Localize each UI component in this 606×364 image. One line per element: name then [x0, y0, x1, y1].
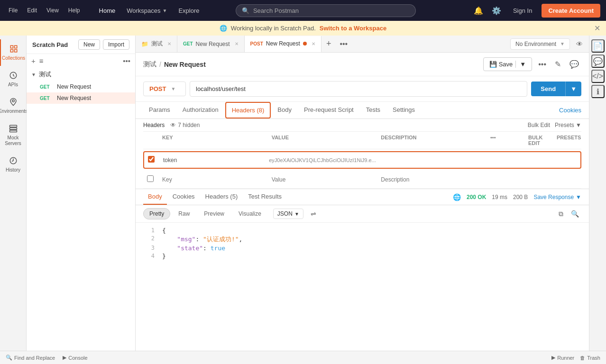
folder-header[interactable]: ▼ 测试: [27, 68, 135, 81]
resp-tab-headers[interactable]: Headers (5): [201, 189, 243, 205]
settings-button[interactable]: ⚙️: [489, 4, 504, 18]
resp-tab-test-results[interactable]: Test Results: [243, 189, 286, 205]
cookies-link[interactable]: Cookies: [559, 107, 581, 114]
eye-icon-button[interactable]: 👁: [574, 38, 585, 50]
find-replace-button[interactable]: 🔍 Find and Replace: [6, 355, 55, 361]
trash-button[interactable]: 🗑 Trash: [580, 355, 600, 361]
hidden-headers-badge[interactable]: 👁 7 hidden: [170, 122, 200, 128]
create-account-button[interactable]: Create Account: [542, 4, 600, 18]
console-button[interactable]: ▶ Console: [63, 355, 87, 361]
tab-post-request[interactable]: POST New Request ✕: [245, 36, 321, 53]
banner-link[interactable]: Switch to a Workspace: [320, 25, 386, 32]
resp-tab-body[interactable]: Body: [143, 189, 167, 205]
view-tab-visualize[interactable]: Visualize: [232, 208, 267, 219]
view-tab-pretty[interactable]: Pretty: [143, 208, 170, 219]
info-icon-button[interactable]: ℹ: [591, 85, 605, 98]
tab-get-request[interactable]: GET New Request ✕: [177, 36, 245, 52]
docs-icon-button[interactable]: 📄: [591, 39, 605, 53]
more-options-button[interactable]: •••: [536, 58, 549, 71]
sort-icon[interactable]: ≡: [39, 57, 44, 65]
import-button[interactable]: Import: [103, 39, 129, 50]
wrap-lines-button[interactable]: ⇌: [308, 209, 319, 218]
right-sidebar: 📄 💬 </> ℹ: [589, 36, 606, 351]
edit-icon-button[interactable]: ✎: [552, 57, 563, 71]
find-replace-label: Find and Replace: [14, 355, 55, 361]
sidebar-item-apis[interactable]: APIs: [0, 66, 26, 92]
response-body[interactable]: 1 { 2 "msg": "认证成功!", 3 "state": true: [136, 223, 589, 351]
sidebar-item-history[interactable]: History: [0, 151, 26, 178]
bulk-edit-link[interactable]: Bulk Edit: [528, 122, 550, 128]
workspaces-nav[interactable]: Workspaces ▼: [122, 4, 172, 17]
tab-pre-request[interactable]: Pre-request Script: [298, 102, 359, 118]
tab-folder-label: 测试: [151, 40, 163, 48]
runner-button[interactable]: ▶ Runner: [551, 355, 574, 361]
tab-post-close[interactable]: ✕: [312, 41, 315, 46]
search-response-button[interactable]: 🔍: [569, 209, 581, 219]
tab-close-icon[interactable]: ✕: [167, 41, 171, 46]
sign-in-button[interactable]: Sign In: [507, 4, 538, 17]
empty-desc-cell[interactable]: [377, 174, 487, 185]
collection-more-icon[interactable]: •••: [123, 57, 130, 65]
tab-authorization[interactable]: Authorization: [177, 102, 224, 118]
sidebar-item-collections[interactable]: Collections: [0, 39, 26, 66]
send-button[interactable]: Send: [531, 82, 565, 96]
save-response-button[interactable]: Save Response ▼: [533, 194, 581, 200]
tab-settings[interactable]: Settings: [387, 102, 421, 118]
send-dropdown-button[interactable]: ▼: [565, 82, 581, 96]
key-input[interactable]: [162, 176, 264, 183]
tab-tests[interactable]: Tests: [360, 102, 386, 118]
empty-header-checkbox[interactable]: [147, 175, 154, 182]
tab-headers[interactable]: Headers (8): [225, 102, 271, 118]
environment-selector[interactable]: No Environment ▼: [510, 38, 570, 50]
new-button[interactable]: New: [78, 39, 100, 50]
empty-value-cell[interactable]: [268, 174, 377, 185]
line-content: {: [162, 227, 166, 234]
code-icon-button[interactable]: </>: [591, 70, 605, 83]
comment-icon-button[interactable]: 💬: [567, 57, 581, 71]
collections-panel: Scratch Pad New Import + ≡ ••• ▼ 测试 GET: [27, 36, 136, 351]
file-menu[interactable]: File: [6, 5, 20, 16]
method-selector[interactable]: POST ▼: [143, 82, 186, 96]
view-tab-raw[interactable]: Raw: [172, 208, 196, 219]
help-menu[interactable]: Help: [65, 5, 83, 16]
save-chevron-icon[interactable]: ▼: [515, 61, 526, 68]
list-item[interactable]: GET New Request: [27, 92, 135, 104]
banner-close-button[interactable]: ✕: [594, 24, 600, 33]
resp-tab-cookies[interactable]: Cookies: [168, 189, 200, 205]
value-input[interactable]: [272, 176, 374, 183]
sidebar-item-mockservers[interactable]: Mock Servers: [0, 119, 26, 151]
tab-params[interactable]: Params: [143, 102, 176, 118]
copy-button[interactable]: ⧉: [556, 209, 566, 219]
list-item[interactable]: GET New Request: [27, 81, 135, 92]
presets-link[interactable]: Presets ▼: [555, 122, 581, 128]
save-button[interactable]: 💾 Save ▼: [483, 57, 533, 71]
explore-nav[interactable]: Explore: [174, 4, 204, 17]
breadcrumb: 测试 / New Request: [143, 60, 206, 69]
tab-body[interactable]: Body: [272, 102, 297, 118]
tabs-more-button[interactable]: •••: [336, 40, 351, 48]
line-content: "state": true: [162, 245, 225, 252]
view-menu[interactable]: View: [44, 5, 62, 16]
notifications-button[interactable]: 🔔: [471, 4, 486, 18]
home-nav[interactable]: Home: [94, 4, 120, 17]
bottom-right: ▶ Runner 🗑 Trash: [551, 355, 600, 361]
desc-input[interactable]: [381, 176, 483, 183]
response-view-tabs: Pretty Raw Preview Visualize JSON ▼ ⇌ ⧉ …: [136, 205, 589, 223]
headers-subtab[interactable]: Headers: [143, 122, 165, 128]
tab-folder[interactable]: 📁 测试 ✕: [136, 36, 177, 52]
checkbox-cell: [144, 154, 159, 166]
search-bar[interactable]: 🔍 Search Postman: [236, 4, 416, 17]
format-selector[interactable]: JSON ▼: [273, 209, 303, 219]
url-input[interactable]: [190, 81, 527, 97]
comment-right-button[interactable]: 💬: [591, 55, 605, 68]
method-label: POST: [149, 85, 166, 92]
edit-menu[interactable]: Edit: [24, 5, 40, 16]
add-tab-button[interactable]: +: [321, 39, 336, 49]
empty-key-cell[interactable]: [158, 174, 268, 185]
add-collection-icon[interactable]: +: [31, 57, 36, 65]
view-icons: ⧉ 🔍: [556, 209, 581, 219]
header-checkbox[interactable]: [148, 156, 155, 163]
view-tab-preview[interactable]: Preview: [198, 208, 230, 219]
tab-get-close[interactable]: ✕: [235, 41, 239, 46]
sidebar-item-environments[interactable]: Environments: [0, 92, 26, 119]
